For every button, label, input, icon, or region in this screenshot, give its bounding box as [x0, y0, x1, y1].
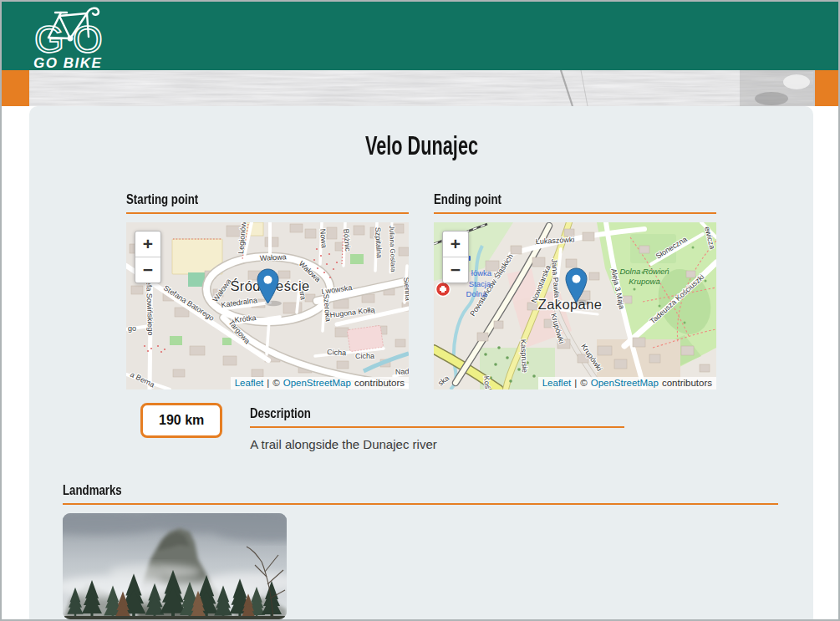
description-section: Description A trail alongside the Dunaje… [250, 403, 624, 451]
zoom-control: + − [135, 231, 161, 283]
landmark-photo [63, 513, 287, 619]
station-label: Stacja [469, 279, 491, 288]
osm-link[interactable]: OpenStreetMap [283, 378, 351, 388]
misty-mountain-image [63, 513, 287, 619]
park-label: Krupowa [629, 277, 660, 286]
medical-poi-icon [436, 283, 451, 297]
header: G O GO BIKE [2, 2, 838, 70]
street-label: Koś [482, 375, 491, 389]
description-text: A trail alongside the Dunajec river [250, 437, 624, 451]
station-label: Dolna [466, 289, 488, 298]
landmarks-section: Landmarks [63, 482, 778, 619]
street-label: Nadbr [395, 367, 409, 376]
start-map-tiles: Wałowa Wałowa Wałowa Legionów Nowa Bóżni… [126, 222, 409, 389]
bicycle-icon: G O [34, 8, 103, 61]
attribution-divider: | [267, 378, 269, 388]
description-heading: Description [250, 405, 624, 428]
attribution-contributors: contributors [354, 378, 405, 388]
map-attribution: Leaflet | © OpenStreetMap contributors [538, 377, 716, 389]
zoom-out-button[interactable]: − [135, 257, 160, 283]
landmarks-heading: Landmarks [63, 482, 778, 505]
street-label: Cicha [327, 348, 347, 357]
starting-point-heading: Starting point [126, 191, 409, 214]
zoom-control: + − [442, 231, 469, 283]
leaflet-link[interactable]: Leaflet [235, 378, 264, 388]
street-label: Wałowa [260, 252, 287, 262]
start-map[interactable]: Wałowa Wałowa Wałowa Legionów Nowa Bóżni… [126, 222, 409, 389]
street-label: Szpitalna [374, 227, 384, 259]
accent-block-right [815, 70, 838, 106]
street-label: go [128, 324, 136, 333]
banner-row [2, 70, 838, 106]
station-label: łówka [471, 268, 492, 277]
trail-detail-panel: Velo Dunajec Starting point [29, 106, 813, 619]
starting-point-section: Starting point [126, 191, 409, 389]
app-window: G O GO BIKE [0, 0, 840, 621]
osm-link[interactable]: OpenStreetMap [591, 378, 659, 388]
attribution-copyright: © [272, 378, 279, 388]
street-label: Kasprusie [519, 339, 529, 373]
go-bike-logo: G O GO BIKE [32, 5, 117, 70]
zoom-in-button[interactable]: + [135, 232, 160, 257]
ending-point-section: Ending point [434, 191, 716, 389]
attribution-contributors: contributors [662, 378, 712, 388]
map-attribution: Leaflet | © OpenStreetMap contributors [231, 377, 409, 389]
ending-point-heading: Ending point [434, 191, 716, 214]
route-maps-row: Starting point [126, 191, 716, 389]
attribution-copyright: © [580, 378, 587, 388]
place-label: Zakopane [538, 297, 603, 312]
park-label: Dolna Rówień [619, 267, 669, 276]
asphalt-banner-image [29, 70, 815, 106]
zoom-in-button[interactable]: + [443, 232, 468, 257]
attribution-divider: | [574, 378, 577, 388]
info-row: 190 km Description A trail alongside the… [140, 403, 813, 451]
distance-badge: 190 km [140, 403, 222, 438]
page-title: Velo Dunajec [29, 106, 813, 161]
end-map[interactable]: Łukaszówki Nowotarska Powstańców Śląskic… [434, 222, 716, 389]
street-label: Nowa [318, 228, 328, 248]
zoom-out-button[interactable]: − [443, 257, 468, 283]
logo-wordmark: GO BIKE [33, 55, 102, 70]
end-map-tiles: Łukaszówki Nowotarska Powstańców Śląskic… [434, 222, 716, 389]
street-label: Cicha [355, 352, 374, 360]
accent-block-left [2, 70, 29, 106]
leaflet-link[interactable]: Leaflet [542, 378, 572, 388]
